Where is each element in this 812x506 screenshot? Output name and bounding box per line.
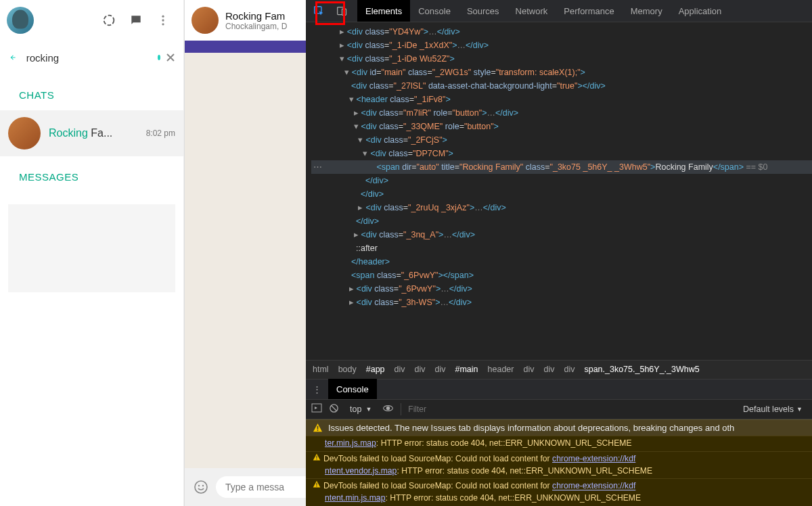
drawer-tab-console[interactable]: Console (328, 379, 377, 399)
back-arrow-icon[interactable] (8, 49, 17, 66)
crumb[interactable]: header (488, 365, 514, 374)
crumb[interactable]: body (338, 365, 357, 374)
console-context[interactable]: top ▼ (346, 405, 376, 414)
clear-search-icon[interactable] (166, 51, 175, 64)
svg-point-0 (104, 16, 114, 26)
messages-placeholder (8, 204, 175, 292)
crumb[interactable]: div (564, 365, 574, 374)
console-filter-input[interactable] (408, 405, 736, 414)
chat-header-title: Rocking Fam (225, 10, 287, 22)
crumb[interactable]: #app (366, 365, 385, 374)
issues-banner[interactable]: Issues detected. The new Issues tab disp… (306, 419, 812, 436)
console-toolbar: top ▼ Default levels▼ (306, 399, 812, 419)
svg-rect-14 (317, 426, 319, 430)
svg-point-1 (162, 16, 164, 18)
tab-performance[interactable]: Performance (556, 0, 622, 22)
console-sidebar-toggle-icon[interactable] (311, 402, 322, 415)
new-chat-icon[interactable] (128, 12, 144, 28)
chat-avatar (8, 117, 41, 150)
tab-memory[interactable]: Memory (623, 0, 671, 22)
tab-console[interactable]: Console (410, 0, 459, 22)
tab-application[interactable]: Application (671, 0, 730, 22)
inspect-element-icon[interactable] (309, 1, 329, 21)
search-bar (0, 41, 183, 74)
console-warning: DevTools failed to load SourceMap: Could… (306, 451, 812, 479)
chat-list-item[interactable]: Rocking Fa... 8:02 pm (0, 110, 183, 156)
elements-tree[interactable]: ▸<div class="YD4Yw">…</div> ▸<div class=… (306, 22, 812, 360)
devtools-tabbar: Elements Console Sources Network Perform… (306, 0, 812, 22)
live-expression-icon[interactable] (382, 402, 394, 416)
selected-dom-node[interactable]: ⋯ <span dir="auto" title="Rocking Family… (311, 160, 812, 174)
clear-console-icon[interactable] (329, 403, 339, 415)
console-warning: ter.min.js.map: HTTP error: status code … (306, 436, 812, 451)
crumb[interactable]: html (313, 365, 329, 374)
menu-dots-icon[interactable] (155, 12, 171, 28)
chats-section-label: CHATS (0, 74, 183, 110)
tab-sources[interactable]: Sources (459, 0, 508, 22)
breadcrumb-bar[interactable]: html body #app div div div #main header … (306, 360, 812, 379)
crumb[interactable]: span._3ko75._5h6Y_._3Whw5 (584, 365, 699, 374)
messages-section-label: MESSAGES (0, 156, 183, 192)
chat-time: 8:02 pm (146, 129, 175, 138)
whatsapp-sidebar: CHATS Rocking Fa... 8:02 pm MESSAGES (0, 0, 184, 506)
svg-rect-19 (316, 486, 317, 487)
crumb[interactable]: #main (455, 365, 478, 374)
crumb[interactable]: div (435, 365, 446, 374)
chat-title: Rocking Fa... (49, 127, 141, 139)
console-warning: DevTools failed to load SourceMap: Could… (306, 478, 812, 506)
search-input[interactable] (24, 48, 158, 68)
tab-elements[interactable]: Elements (357, 0, 410, 22)
my-avatar[interactable] (7, 7, 34, 34)
svg-rect-18 (316, 483, 317, 486)
crumb[interactable]: div (523, 365, 534, 374)
chat-header-avatar (191, 7, 219, 34)
crumb[interactable]: div (415, 365, 426, 374)
whatsapp-web-panel: CHATS Rocking Fa... 8:02 pm MESSAGES Roc… (0, 0, 306, 506)
status-icon[interactable] (101, 12, 117, 28)
chat-header-subtitle: Chockalingam, D (225, 22, 287, 31)
svg-rect-9 (342, 9, 346, 15)
emoji-icon[interactable] (191, 478, 210, 497)
svg-point-5 (198, 485, 200, 486)
crumb[interactable]: div (394, 365, 405, 374)
drawer-more-icon[interactable]: ⋮ (306, 384, 328, 394)
tab-network[interactable]: Network (508, 0, 556, 22)
drawer-tabbar: ⋮ Console (306, 379, 812, 399)
console-output[interactable]: Issues detected. The new Issues tab disp… (306, 419, 812, 506)
svg-point-3 (162, 23, 164, 25)
svg-point-12 (386, 407, 390, 410)
sidebar-header (0, 0, 183, 41)
svg-point-2 (162, 19, 164, 21)
svg-rect-16 (316, 455, 317, 458)
devtools-panel: Elements Console Sources Network Perform… (306, 0, 812, 506)
device-toolbar-icon[interactable] (332, 1, 352, 21)
crumb[interactable]: div (543, 365, 554, 374)
svg-point-4 (195, 481, 207, 493)
console-levels-dropdown[interactable]: Default levels▼ (743, 405, 807, 414)
svg-rect-15 (317, 430, 319, 431)
search-progress-dot (158, 55, 160, 60)
svg-rect-17 (316, 459, 317, 459)
svg-point-6 (202, 485, 204, 486)
warning-icon (313, 423, 323, 433)
